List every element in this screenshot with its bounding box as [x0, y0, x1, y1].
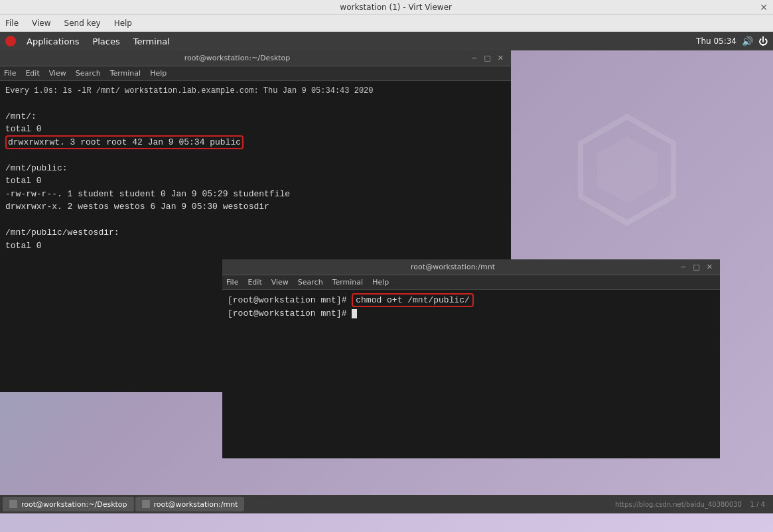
terminal1-title: root@workstation:~/Desktop [5, 54, 469, 62]
t1-line12: /mnt/public/westosdir: [5, 226, 506, 239]
t1-line5: drwxrwxrwt. 3 root root 42 Jan 9 05:34 p… [5, 136, 506, 149]
appbar-places[interactable]: Places [90, 35, 122, 48]
virt-viewer-menubar: // rendered below via template File View… [0, 15, 773, 32]
gnome-appbar: Applications Places Terminal Thu 05:34 🔊… [0, 32, 773, 50]
t1-line6 [5, 149, 506, 162]
t1-menu-file[interactable]: File [4, 69, 16, 78]
titlebar-title: workstation (1) - Virt Viewer [32, 3, 760, 12]
terminal2-title: root@workstation:/mnt [228, 263, 678, 271]
appbar-applications[interactable]: Applications [24, 35, 82, 48]
terminal1-controls: − □ ✕ [469, 54, 506, 62]
terminal2-minimize[interactable]: − [678, 263, 688, 271]
menu-help[interactable]: Help [111, 17, 135, 29]
taskbar-watermark: https://blog.csdn.net/baidu_40380030 1 /… [615, 501, 770, 508]
svg-marker-1 [597, 137, 657, 203]
t2-menu-edit[interactable]: Edit [247, 278, 261, 287]
watermark-text: https://blog.csdn.net/baidu_40380030 [615, 501, 742, 508]
terminal1-minimize[interactable]: − [469, 54, 479, 62]
t1-line9: -rw-rw-r--. 1 student student 0 Jan 9 05… [5, 188, 506, 201]
t1-menu-search[interactable]: Search [76, 69, 101, 78]
t2-menu-terminal[interactable]: Terminal [332, 278, 364, 287]
t2-line1: [root@workstation mnt]# chmod o+t /mnt/p… [228, 294, 715, 307]
close-button[interactable]: ✕ [760, 2, 768, 13]
rhel-icon [5, 36, 16, 46]
terminal2-close[interactable]: ✕ [705, 263, 715, 271]
t2-menu-search[interactable]: Search [298, 278, 323, 287]
terminal2-body: [root@workstation mnt]# chmod o+t /mnt/p… [222, 290, 720, 458]
taskbar: root@workstation:~/Desktop root@workstat… [0, 495, 773, 513]
terminal2-maximize[interactable]: □ [691, 263, 701, 271]
desktop-logo [561, 103, 693, 236]
appbar-clock: Thu 05:34 [696, 36, 737, 46]
appbar-right: Thu 05:34 🔊 ⏻ [696, 36, 768, 46]
t1-line4: total 0 [5, 123, 506, 136]
desktop: root@workstation:~/Desktop − □ ✕ File Ed… [0, 50, 773, 513]
menu-sendkey[interactable]: Send key [62, 17, 104, 29]
page-number: 1 / 4 [750, 501, 765, 508]
t2-menu-view[interactable]: View [271, 278, 289, 287]
terminal2-titlebar: root@workstation:/mnt − □ ✕ [222, 259, 720, 275]
t1-menu-edit[interactable]: Edit [25, 69, 39, 78]
t2-prompt1: [root@workstation mnt]# [228, 295, 346, 305]
t1-highlighted-permissions: drwxrwxrwt. 3 root root 42 Jan 9 05:34 p… [5, 135, 244, 149]
terminal1-menubar: File Edit View Search Terminal Help [0, 66, 511, 81]
t2-menu-help[interactable]: Help [372, 278, 389, 287]
t2-line2: [root@workstation mnt]# [228, 307, 715, 320]
appbar-terminal[interactable]: Terminal [131, 35, 173, 48]
t1-line10: drwxrwxr-x. 2 westos westos 6 Jan 9 05:3… [5, 200, 506, 214]
taskbar-label-1: root@workstation:~/Desktop [21, 500, 127, 509]
t1-line2 [5, 97, 506, 110]
virt-viewer-titlebar: workstation (1) - Virt Viewer ✕ [0, 0, 773, 15]
t1-menu-terminal[interactable]: Terminal [110, 69, 141, 78]
terminal1-maximize[interactable]: □ [482, 54, 492, 62]
t1-menu-view[interactable]: View [49, 69, 66, 78]
t2-cmd1: chmod o+t /mnt/public/ [352, 293, 474, 307]
t2-cursor [352, 309, 357, 318]
t1-line8: total 0 [5, 174, 506, 188]
speaker-icon: 🔊 [742, 36, 753, 46]
t1-line1: Every 1.0s: ls -lR /mnt/ workstation.lab… [5, 85, 506, 97]
menu-view[interactable]: View [29, 17, 53, 29]
terminal2-controls: − □ ✕ [678, 263, 715, 271]
terminal-window-2: root@workstation:/mnt − □ ✕ File Edit Vi… [222, 259, 720, 458]
terminal1-titlebar: root@workstation:~/Desktop − □ ✕ [0, 50, 511, 66]
t1-line7: /mnt/public: [5, 162, 506, 175]
terminal1-close[interactable]: ✕ [496, 54, 506, 62]
t1-line13: total 0 [5, 239, 506, 253]
terminal2-menubar: File Edit View Search Terminal Help [222, 275, 720, 290]
taskbar-item-2[interactable]: root@workstation:/mnt [135, 497, 245, 511]
taskbar-icon-1 [9, 500, 17, 508]
taskbar-label-2: root@workstation:/mnt [154, 500, 238, 509]
t2-menu-file[interactable]: File [226, 278, 238, 287]
taskbar-item-1[interactable]: root@workstation:~/Desktop [3, 497, 134, 511]
t1-line11 [5, 214, 506, 227]
t1-line3: /mnt/: [5, 110, 506, 123]
appbar-left: Applications Places Terminal [5, 35, 173, 48]
taskbar-icon-2 [142, 500, 150, 508]
t2-prompt2: [root@workstation mnt]# [228, 308, 346, 318]
power-icon[interactable]: ⏻ [758, 36, 768, 46]
t1-menu-help[interactable]: Help [150, 69, 167, 78]
menu-file[interactable]: File [3, 17, 21, 29]
